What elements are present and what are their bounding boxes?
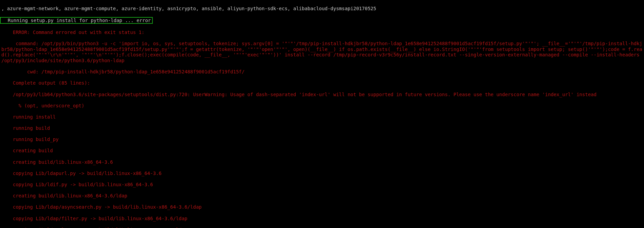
output-line: copying Lib/ldapurl.py -> build/lib.linu… (1, 171, 643, 176)
cwd-line: cwd: /tmp/pip-install-hdkjbr58/python-ld… (1, 69, 643, 75)
output-line: copying Lib/ldap/filter.py -> build/lib.… (1, 216, 643, 222)
output-line: running build (1, 125, 643, 131)
warning-line: /opt/py3/lib64/python3.6/site-packages/s… (1, 92, 643, 98)
pkg-list-line: , azure-mgmt-network, azure-mgmt-compute… (1, 6, 643, 12)
output-line: running build_py (1, 137, 643, 142)
highlighted-error-line: Running setup.py install for python-ldap… (1, 17, 643, 24)
terminal-output[interactable]: , azure-mgmt-network, azure-mgmt-compute… (0, 0, 644, 228)
output-line: running install (1, 114, 643, 120)
output-count-line: Complete output (85 lines): (1, 80, 643, 86)
error-line: ERROR: Command errored out with exit sta… (1, 30, 643, 35)
output-line: copying Lib/ldif.py -> build/lib.linux-x… (1, 182, 643, 188)
output-line: % (opt, underscore_opt) (1, 103, 643, 109)
output-line: copying Lib/ldap/asyncsearch.py -> build… (1, 204, 643, 210)
output-line: creating build/lib.linux-x86_64-3.6/ldap (1, 193, 643, 199)
command-line: command: /opt/py3/bin/python3 -u -c 'imp… (1, 41, 643, 63)
output-line: creating build (1, 148, 643, 154)
output-line: creating build/lib.linux-x86_64-3.6 (1, 159, 643, 165)
